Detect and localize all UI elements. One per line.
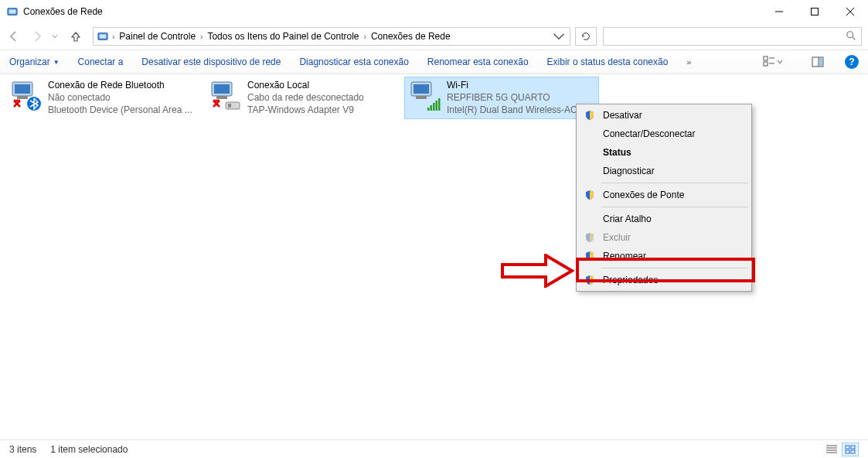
connection-device: Bluetooth Device (Personal Area ...: [48, 104, 192, 116]
svg-rect-18: [15, 84, 30, 94]
ctx-separator: [601, 207, 748, 207]
connection-item-wifi[interactable]: Wi-Fi REPFIBER 5G QUARTO Intel(R) Dual B…: [405, 77, 598, 118]
forward-button[interactable]: [26, 26, 48, 47]
content-area: Conexão de Rede Bluetooth Não conectado …: [0, 74, 868, 439]
svg-rect-39: [851, 446, 855, 449]
close-button[interactable]: [832, 0, 868, 23]
svg-rect-38: [846, 446, 849, 449]
location-icon: [95, 31, 111, 42]
ctx-status[interactable]: Status: [578, 143, 750, 162]
ctx-separator: [601, 268, 748, 268]
context-menu: Desativar Conectar/Desconectar Status Di…: [576, 104, 752, 292]
svg-rect-1: [9, 9, 16, 13]
svg-rect-7: [100, 34, 107, 38]
address-bar[interactable]: › Painel de Controle › Todos os Itens do…: [93, 27, 570, 46]
search-icon: [846, 30, 856, 43]
breadcrumb-sep-icon: ›: [363, 32, 368, 41]
up-button[interactable]: [65, 26, 87, 47]
svg-rect-3: [812, 9, 819, 15]
annotation-arrow-icon: [501, 254, 574, 290]
details-view-button[interactable]: [823, 443, 840, 456]
ctx-properties[interactable]: Propriedades: [578, 271, 750, 289]
svg-rect-16: [819, 58, 822, 66]
back-button[interactable]: [3, 26, 25, 47]
svg-rect-11: [764, 62, 768, 66]
rename-connection-button[interactable]: Renomear esta conexão: [427, 56, 529, 67]
svg-point-8: [847, 31, 853, 37]
ctx-delete: Excluir: [578, 228, 750, 247]
navigation-bar: › Painel de Controle › Todos os Itens do…: [0, 23, 868, 50]
ctx-rename[interactable]: Renomear: [578, 247, 750, 265]
svg-rect-41: [851, 450, 855, 453]
ctx-connect-disconnect[interactable]: Conectar/Desconectar: [578, 125, 750, 143]
organize-menu[interactable]: Organizar▼: [9, 56, 60, 67]
refresh-button[interactable]: [575, 27, 597, 46]
control-panel-icon: [6, 5, 19, 18]
connection-device: TAP-Windows Adapter V9: [247, 104, 364, 116]
connection-device: Intel(R) Dual Band Wireless-AC 31...: [447, 104, 595, 116]
breadcrumb-sep-icon: ›: [111, 32, 116, 41]
ctx-bridge[interactable]: Conexões de Ponte: [578, 186, 750, 204]
wifi-adapter-icon: [408, 79, 442, 113]
svg-rect-22: [214, 84, 230, 94]
shield-icon: [584, 251, 595, 261]
connection-item-bluetooth[interactable]: Conexão de Rede Bluetooth Não conectado …: [6, 77, 199, 118]
show-status-button[interactable]: Exibir o status desta conexão: [547, 56, 669, 67]
shield-icon: [584, 275, 595, 285]
help-button[interactable]: ?: [845, 55, 859, 69]
breadcrumb-root[interactable]: Painel de Controle: [116, 31, 199, 42]
overflow-button[interactable]: »: [686, 57, 691, 67]
ctx-shortcut[interactable]: Criar Atalho: [578, 210, 750, 228]
svg-rect-28: [416, 96, 427, 99]
minimize-button[interactable]: [761, 0, 797, 23]
svg-rect-33: [438, 98, 441, 111]
connection-name: Conexão Local: [247, 79, 364, 91]
shield-icon: [584, 190, 595, 200]
connect-to-button[interactable]: Conectar a: [78, 56, 124, 67]
address-dropdown[interactable]: [550, 28, 568, 45]
status-selected-count: 1 item selecionado: [50, 444, 128, 455]
maximize-button[interactable]: [797, 0, 832, 23]
titlebar: Conexões de Rede: [0, 0, 868, 23]
disable-device-button[interactable]: Desativar este dispositivo de rede: [141, 56, 281, 67]
svg-rect-23: [216, 96, 227, 99]
svg-rect-19: [17, 96, 28, 99]
shield-icon: [584, 110, 595, 121]
ethernet-adapter-icon: [209, 79, 243, 113]
ctx-separator: [601, 183, 748, 183]
history-dropdown[interactable]: [49, 33, 60, 39]
svg-rect-31: [433, 103, 435, 111]
breadcrumb-sep-icon: ›: [199, 32, 204, 41]
connection-status: Cabo da rede desconectado: [247, 91, 364, 104]
breadcrumb-leaf[interactable]: Conexões de Rede: [368, 31, 454, 42]
svg-rect-32: [436, 101, 438, 111]
command-bar: Organizar▼ Conectar a Desativar este dis…: [0, 50, 868, 74]
svg-rect-10: [764, 56, 768, 60]
connection-status: REPFIBER 5G QUARTO: [447, 91, 595, 104]
search-input[interactable]: [603, 27, 862, 46]
svg-rect-27: [414, 84, 429, 94]
svg-line-9: [853, 36, 856, 39]
connection-name: Conexão de Rede Bluetooth: [48, 79, 192, 91]
connection-name: Wi-Fi: [447, 79, 595, 91]
ctx-diagnose[interactable]: Diagnosticar: [578, 162, 750, 180]
preview-pane-button[interactable]: [809, 53, 826, 70]
connection-item-local[interactable]: Conexão Local Cabo da rede desconectado …: [206, 77, 399, 118]
svg-rect-24: [226, 102, 240, 109]
status-item-count: 3 itens: [9, 444, 36, 455]
svg-rect-29: [427, 108, 430, 111]
status-bar: 3 itens 1 item selecionado: [0, 439, 868, 458]
window-buttons: [761, 0, 868, 23]
diagnose-button[interactable]: Diagnosticar esta conexão: [299, 56, 408, 67]
connection-status: Não conectado: [48, 91, 192, 104]
large-icons-view-button[interactable]: [842, 443, 859, 456]
bluetooth-adapter-icon: [9, 79, 43, 113]
shield-icon: [584, 232, 595, 243]
svg-rect-25: [228, 104, 231, 108]
ctx-disable[interactable]: Desativar: [578, 106, 750, 125]
breadcrumb-mid[interactable]: Todos os Itens do Painel de Controle: [204, 31, 362, 42]
window-title: Conexões de Rede: [23, 6, 761, 17]
svg-rect-30: [431, 105, 433, 111]
view-options-button[interactable]: [763, 53, 791, 70]
svg-rect-40: [846, 450, 849, 453]
